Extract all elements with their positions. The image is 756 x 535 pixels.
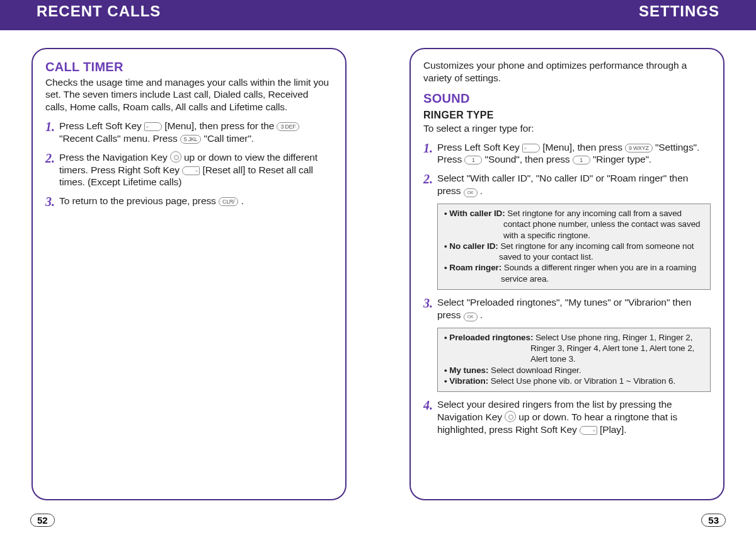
note-box-ringer-modes: • With caller ID: Set ringtone for any i… <box>437 204 711 290</box>
key-5-icon: 5 JKL <box>180 135 202 144</box>
section-title: CALL TIMER <box>45 59 333 76</box>
t: "Call timer". <box>204 133 254 144</box>
step-number: 2. <box>423 172 437 186</box>
step-number: 2. <box>45 151 59 165</box>
step-1: 1. Press Left Soft Key [Menu], then pres… <box>45 120 333 145</box>
t: "Ringer type". <box>593 154 651 164</box>
ok-key-icon: OK <box>464 313 478 321</box>
header-bar: RECENT CALLS SETTINGS <box>0 0 756 30</box>
t: "Recent Calls" menu. Press <box>59 133 180 144</box>
t: Press Left Soft Key <box>437 142 522 152</box>
page-footer: 52 <box>30 514 55 527</box>
step-text: Press Left Soft Key [Menu], then press f… <box>59 120 333 145</box>
page-number: 53 <box>701 514 726 527</box>
t: . <box>480 185 483 196</box>
bullet: • Preloaded ringtones: Select Use phone … <box>444 332 704 365</box>
t: . <box>480 309 483 320</box>
step-text: To return to the previous page, press CL… <box>59 195 333 207</box>
bullet: • My tunes: Select download Ringer. <box>444 365 704 376</box>
bullet-label: • My tunes: <box>444 365 491 375</box>
nav-key-icon <box>505 411 516 422</box>
section-title: SOUND <box>423 91 711 107</box>
section-intro: Checks the usage time and manages your c… <box>45 76 333 113</box>
clr-key-icon: CLR/ <box>219 197 238 206</box>
bullet-label: • No caller ID: <box>444 241 500 251</box>
t: To return to the previous page, press <box>59 195 219 206</box>
step-1: 1. Press Left Soft Key [Menu], then pres… <box>423 141 711 166</box>
bullet-desc: Select download Ringer. <box>491 365 581 375</box>
key-9-icon: 9 WXYZ <box>625 144 653 152</box>
bullet-label: • Vibration: <box>444 376 491 386</box>
step-2: 2. Press the Navigation Key up or down t… <box>45 151 333 188</box>
header-left: RECENT CALLS <box>37 3 161 20</box>
panel-call-timer: CALL TIMER Checks the usage time and man… <box>32 48 346 500</box>
t: . <box>241 195 244 206</box>
page-footer: 53 <box>701 514 726 527</box>
t: [Menu], then press <box>542 142 625 152</box>
bullet-label: • With caller ID: <box>444 209 507 218</box>
bullet-label: • Roam ringer: <box>444 263 504 272</box>
step-number: 3. <box>423 296 437 310</box>
step-number: 1. <box>45 120 59 134</box>
step-3: 3. Select "Preloaded ringtones", "My tun… <box>423 296 711 321</box>
step-text: Press the Navigation Key up or down to v… <box>59 151 333 188</box>
bullet: • Roam ringer: Sounds a different ringer… <box>444 262 704 284</box>
right-soft-key-icon <box>182 166 200 175</box>
ok-key-icon: OK <box>464 188 478 197</box>
step-4: 4. Select your desired ringers from the … <box>423 398 711 435</box>
step-3: 3. To return to the previous page, press… <box>45 195 333 209</box>
step-number: 4. <box>423 398 437 412</box>
header-right: SETTINGS <box>639 3 719 20</box>
page-spread: CALL TIMER Checks the usage time and man… <box>0 30 756 500</box>
page-right: Customizes your phone and optimizes perf… <box>410 48 724 500</box>
panel-settings: Customizes your phone and optimizes perf… <box>410 48 724 500</box>
note-box-ringtones: • Preloaded ringtones: Select Use phone … <box>437 328 711 392</box>
right-soft-key-icon <box>580 426 597 435</box>
bullet: • Vibration: Select Use phone vib. or Vi… <box>444 376 704 386</box>
bullet: • No caller ID: Set ringtone for any inc… <box>444 241 704 263</box>
step-text: Select "With caller ID", "No caller ID" … <box>437 172 711 197</box>
t: [Play]. <box>600 424 626 435</box>
bullet-desc: Set ringtone for any incoming call from … <box>503 209 700 240</box>
bullet-desc: Select Use phone ring, Ringer 1, Ringer … <box>530 333 694 364</box>
key-1-icon: 1 <box>573 156 590 164</box>
section-intro: Customizes your phone and optimizes perf… <box>423 59 711 84</box>
t: "Sound", then press <box>485 154 573 164</box>
t: Press Left Soft Key <box>59 120 144 131</box>
nav-key-icon <box>170 151 181 163</box>
t: [Menu], then press for the <box>164 120 277 131</box>
step-text: Press Left Soft Key [Menu], then press 9… <box>437 141 711 166</box>
step-number: 3. <box>45 195 59 209</box>
key-1-icon: 1 <box>464 156 482 164</box>
section-subtitle: RINGER TYPE <box>423 109 711 122</box>
bullet-desc: Set ringtone for any incoming call from … <box>499 241 694 262</box>
step-text: Select "Preloaded ringtones", "My tunes"… <box>437 296 711 321</box>
t: Press the Navigation Key <box>59 152 170 163</box>
key-3-icon: 3 DEF <box>277 122 299 131</box>
bullet: • With caller ID: Set ringtone for any i… <box>444 208 704 241</box>
bullet-label: • Preloaded ringtones: <box>444 333 536 342</box>
step-text: Select your desired ringers from the lis… <box>437 398 711 435</box>
left-soft-key-icon <box>144 122 162 131</box>
bullet-desc: Select Use phone vib. or Vibration 1 ~ V… <box>491 376 675 386</box>
left-soft-key-icon <box>522 144 540 152</box>
bullet-desc: Sounds a different ringer when you are i… <box>501 263 696 283</box>
step-2: 2. Select "With caller ID", "No caller I… <box>423 172 711 197</box>
page-left: CALL TIMER Checks the usage time and man… <box>32 48 346 500</box>
page-number: 52 <box>30 514 55 527</box>
sub-intro: To select a ringer type for: <box>423 122 711 135</box>
step-number: 1. <box>423 141 437 155</box>
